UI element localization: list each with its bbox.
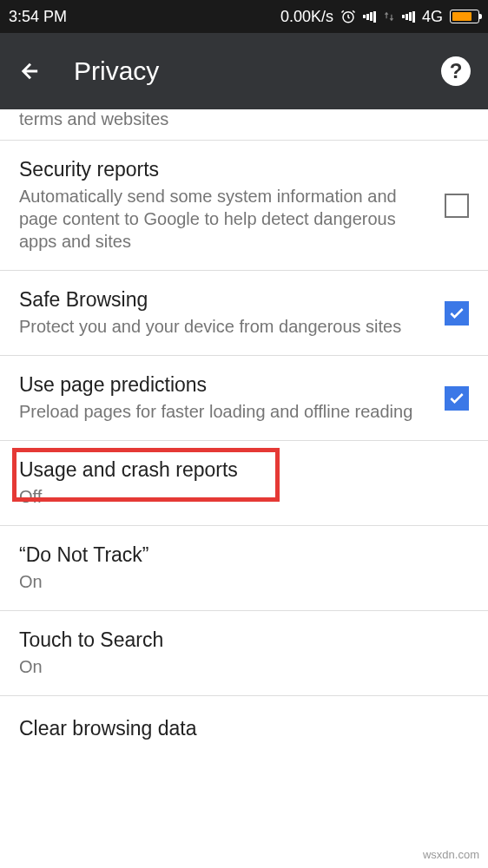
setting-subtitle: Automatically send some system informati… (19, 185, 427, 253)
setting-title: Security reports (19, 158, 427, 181)
status-bar: 3:54 PM 0.00K/s 4G (0, 0, 488, 33)
setting-do-not-track[interactable]: “Do Not Track” On (0, 526, 488, 611)
page-title: Privacy (74, 56, 441, 86)
battery-icon (450, 10, 479, 23)
status-indicators: 0.00K/s 4G (280, 8, 479, 26)
app-bar: Privacy ? (0, 33, 488, 109)
checkbox-safe-browsing[interactable] (445, 301, 469, 326)
alarm-icon (340, 9, 356, 24)
setting-subtitle: Preload pages for faster loading and off… (19, 400, 427, 423)
signal-icon-1 (363, 10, 376, 23)
data-rate: 0.00K/s (280, 8, 333, 26)
status-time: 3:54 PM (9, 8, 67, 26)
help-button[interactable]: ? (441, 56, 471, 86)
back-button[interactable] (17, 58, 43, 84)
watermark: wsxdn.com (423, 848, 479, 861)
setting-subtitle: On (19, 655, 452, 678)
settings-list: terms and websites Security reports Auto… (0, 109, 488, 744)
setting-safe-browsing[interactable]: Safe Browsing Protect you and your devic… (0, 271, 488, 356)
setting-subtitle: Protect you and your device from dangero… (19, 315, 427, 338)
setting-title: “Do Not Track” (19, 543, 452, 567)
setting-page-predictions[interactable]: Use page predictions Preload pages for f… (0, 356, 488, 441)
signal-icon-2 (402, 10, 415, 23)
setting-clear-browsing-data[interactable]: Clear browsing data (0, 696, 488, 744)
setting-touch-to-search[interactable]: Touch to Search On (0, 611, 488, 696)
setting-title: Touch to Search (19, 628, 452, 652)
data-transfer-icon (383, 10, 395, 23)
setting-title: Clear browsing data (19, 717, 452, 740)
setting-title: Usage and crash reports (19, 458, 452, 482)
partial-prev-item[interactable]: terms and websites (0, 109, 488, 141)
setting-subtitle: Off (19, 485, 452, 508)
setting-title: Safe Browsing (19, 288, 427, 312)
network-label: 4G (422, 8, 443, 26)
setting-title: Use page predictions (19, 373, 427, 397)
setting-usage-crash-reports[interactable]: Usage and crash reports Off (0, 441, 488, 526)
checkbox-security-reports[interactable] (445, 194, 469, 218)
checkbox-page-predictions[interactable] (445, 386, 469, 411)
setting-subtitle: On (19, 570, 452, 593)
setting-security-reports[interactable]: Security reports Automatically send some… (0, 141, 488, 271)
